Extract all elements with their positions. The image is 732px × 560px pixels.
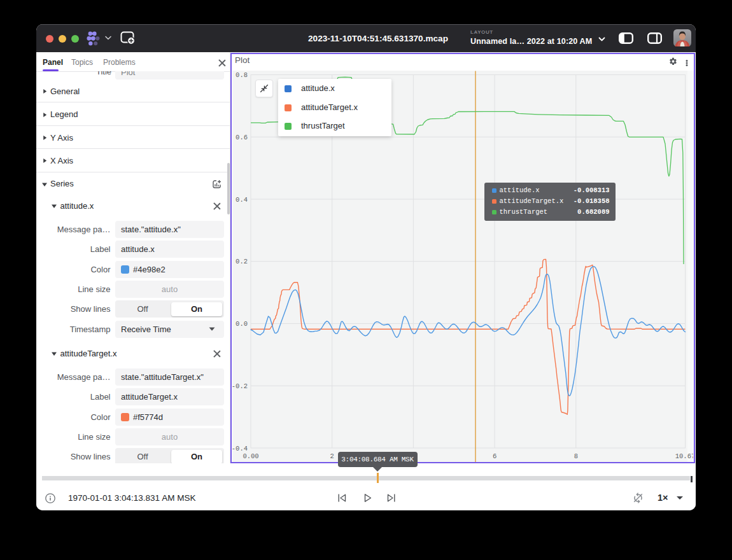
svg-text:8: 8	[574, 452, 578, 460]
svg-text:10.67: 10.67	[675, 452, 693, 460]
svg-text:0.00: 0.00	[243, 452, 258, 460]
svg-text:2: 2	[330, 452, 334, 460]
svg-text:0.8: 0.8	[236, 71, 248, 79]
svg-text:-0.4: -0.4	[232, 445, 248, 452]
svg-text:0.6: 0.6	[236, 134, 248, 141]
svg-text:6: 6	[493, 452, 496, 460]
svg-text:-0.2: -0.2	[232, 382, 248, 390]
svg-text:0.0: 0.0	[236, 320, 248, 328]
svg-text:0.4: 0.4	[236, 196, 248, 204]
svg-text:0.2: 0.2	[236, 258, 248, 265]
